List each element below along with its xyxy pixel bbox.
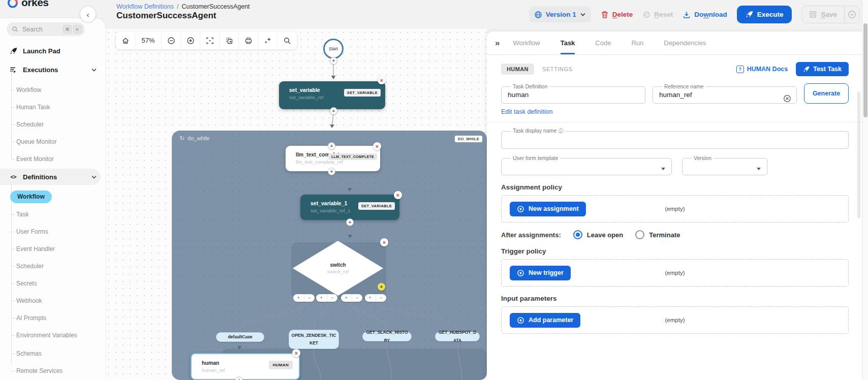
sidebar-item-ai-prompts[interactable]: AI Prompts bbox=[16, 311, 46, 325]
panel-scrollbar-thumb[interactable] bbox=[857, 91, 860, 218]
search-input[interactable]: Search ⌘ K bbox=[7, 22, 85, 36]
radio-unselected-icon bbox=[635, 230, 644, 239]
copy-workflow-button[interactable] bbox=[220, 31, 239, 49]
zoom-out-icon bbox=[167, 37, 175, 45]
sidebar-item-event-monitor[interactable]: Event Monitor bbox=[16, 152, 54, 166]
remove-node-button[interactable]: × bbox=[380, 238, 388, 246]
sidebar-item-exec-workflow[interactable]: Workflow bbox=[16, 83, 41, 97]
breadcrumb-link[interactable]: Workflow Definitions bbox=[116, 3, 174, 10]
window-scrollbar[interactable] bbox=[862, 0, 868, 380]
download-button[interactable]: Download bbox=[683, 11, 727, 19]
subtab-human[interactable]: HUMAN bbox=[501, 64, 534, 75]
breadcrumb-current: CustomerSuccessAgent bbox=[182, 3, 250, 10]
fit-screen-icon bbox=[206, 37, 214, 45]
user-form-template-select[interactable]: User form template bbox=[501, 155, 672, 175]
version-select[interactable]: Version bbox=[682, 155, 767, 175]
version-dropdown[interactable]: Version 1 bbox=[529, 7, 591, 22]
search-nodes-button[interactable] bbox=[277, 31, 297, 49]
node-set-variable-1[interactable]: set_variable_1 set_variable_ref_1 SET_VA… bbox=[300, 195, 399, 220]
sidebar-item-def-workflow-active[interactable]: Workflow bbox=[10, 191, 52, 203]
case-default[interactable]: defaultCase bbox=[216, 332, 264, 342]
add-task-button[interactable]: + bbox=[328, 142, 335, 150]
trash-icon bbox=[601, 11, 609, 19]
save-button[interactable]: Save bbox=[801, 6, 844, 23]
sidebar-item-event-handler[interactable]: Event Handler bbox=[16, 242, 55, 256]
task-display-name-field[interactable]: Task display nameⓘ bbox=[501, 128, 849, 149]
case-get-slack-history[interactable]: GET_SLACK_HISTORY bbox=[362, 332, 412, 341]
add-parameter-button[interactable]: Add parameter bbox=[510, 313, 580, 328]
start-node[interactable]: Start bbox=[323, 39, 344, 59]
sidebar-section-executions[interactable]: Executions bbox=[0, 63, 105, 76]
radio-leave-open[interactable]: Leave open bbox=[573, 230, 624, 239]
add-task-button[interactable]: + bbox=[346, 218, 354, 226]
test-task-button[interactable]: Test Task bbox=[796, 62, 849, 76]
loop-icon: ↻ bbox=[179, 135, 184, 142]
remove-node-button[interactable]: × bbox=[373, 142, 381, 150]
tab-run[interactable]: Run bbox=[631, 31, 643, 54]
branch-add-remove[interactable]: +− bbox=[316, 294, 337, 302]
node-set-variable[interactable]: set_variable set_variable_ref SET_VARIAB… bbox=[279, 81, 385, 109]
print-button[interactable] bbox=[239, 31, 258, 49]
branch-add-remove[interactable]: +− bbox=[341, 294, 362, 302]
branch-add-remove[interactable]: +− bbox=[293, 294, 315, 302]
zoom-in-button[interactable] bbox=[181, 31, 200, 49]
add-task-button[interactable]: + bbox=[330, 107, 337, 115]
add-task-button[interactable]: + bbox=[328, 168, 335, 175]
generate-button[interactable]: Generate bbox=[804, 83, 849, 104]
human-docs-link[interactable]: ? HUMAN Docs bbox=[736, 66, 788, 73]
node-human[interactable]: human human_ref HUMAN bbox=[191, 353, 300, 380]
case-get-hubspot-data[interactable]: GET_HUBSPOT_DATA bbox=[435, 332, 480, 341]
sidebar-item-remote-services[interactable]: Remote Services bbox=[16, 364, 63, 377]
sidebar-item-schemas[interactable]: Schemas bbox=[16, 347, 42, 360]
radio-selected-icon bbox=[573, 230, 582, 239]
sidebar-item-exec-scheduler[interactable]: Scheduler bbox=[16, 118, 44, 131]
ai-assist-button[interactable] bbox=[258, 31, 277, 49]
execute-button[interactable]: Execute bbox=[737, 6, 792, 23]
remove-node-button[interactable]: × bbox=[394, 191, 402, 199]
sidebar-item-webhook[interactable]: Webhook bbox=[16, 294, 42, 307]
sidebar-item-def-scheduler[interactable]: Scheduler bbox=[16, 260, 44, 273]
sidebar: orkes ‹ Search ⌘ K Launch Pad Executions… bbox=[0, 0, 105, 380]
input-parameters-heading: Input parameters bbox=[501, 295, 849, 302]
task-type-badge: HUMAN bbox=[269, 361, 293, 369]
clear-reference-icon[interactable] bbox=[783, 94, 791, 103]
task-definition-field[interactable]: Task Definition human bbox=[501, 83, 645, 104]
tab-task[interactable]: Task bbox=[561, 31, 575, 54]
remove-node-button[interactable]: × bbox=[378, 76, 386, 84]
add-branch-button[interactable]: + bbox=[378, 283, 385, 291]
sidebar-item-queue-monitor[interactable]: Queue Monitor bbox=[16, 135, 56, 148]
cmd-key-chip: ⌘ bbox=[63, 25, 72, 34]
edit-task-definition-link[interactable]: Edit task definition bbox=[501, 108, 552, 115]
tab-code[interactable]: Code bbox=[595, 31, 611, 54]
delete-button[interactable]: Delete bbox=[601, 11, 633, 19]
subtab-settings[interactable]: SETTINGS bbox=[542, 66, 573, 72]
radio-terminate[interactable]: Terminate bbox=[635, 230, 680, 239]
sidebar-section-definitions[interactable]: <> Definitions bbox=[0, 170, 105, 183]
tab-workflow[interactable]: Workflow bbox=[513, 31, 540, 54]
window-scrollbar-thumb[interactable] bbox=[863, 23, 867, 117]
tab-dependencies[interactable]: Dependencies bbox=[664, 31, 706, 54]
home-view-button[interactable] bbox=[116, 31, 135, 49]
sidebar-item-human-task[interactable]: Human Task bbox=[16, 101, 50, 114]
sidebar-item-def-task[interactable]: Task bbox=[16, 208, 29, 221]
add-task-button[interactable]: + bbox=[330, 57, 337, 65]
reset-button[interactable]: Reset bbox=[642, 11, 673, 19]
zoom-level[interactable]: 57% bbox=[135, 31, 162, 49]
workflow-canvas[interactable]: 57% ↻ do_while DO_WHILE bbox=[105, 29, 487, 380]
new-assignment-button[interactable]: New assignment bbox=[510, 202, 586, 216]
sidebar-item-launch-pad[interactable]: Launch Pad bbox=[0, 44, 105, 57]
new-trigger-button[interactable]: New trigger bbox=[510, 266, 571, 280]
zoom-out-button[interactable] bbox=[162, 31, 181, 49]
search-placeholder: Search bbox=[22, 26, 61, 33]
reference-name-field[interactable]: Reference name human_ref bbox=[653, 83, 797, 104]
sidebar-item-environment-variables[interactable]: Environment Variables bbox=[16, 329, 77, 342]
case-open-zendesk-ticket[interactable]: OPEN_ZENDESK_TICKET bbox=[289, 330, 339, 349]
branch-add-remove[interactable]: +− bbox=[365, 294, 386, 302]
sidebar-collapse-button[interactable]: ‹ bbox=[80, 7, 96, 22]
panel-expand-icon[interactable]: » bbox=[495, 38, 500, 48]
sidebar-item-secrets[interactable]: Secrets bbox=[16, 277, 37, 290]
sidebar-item-user-forms[interactable]: User Forms bbox=[16, 225, 48, 238]
remove-node-button[interactable]: × bbox=[292, 349, 300, 357]
save-dropdown-button[interactable] bbox=[844, 6, 860, 23]
fit-view-button[interactable] bbox=[200, 31, 220, 49]
